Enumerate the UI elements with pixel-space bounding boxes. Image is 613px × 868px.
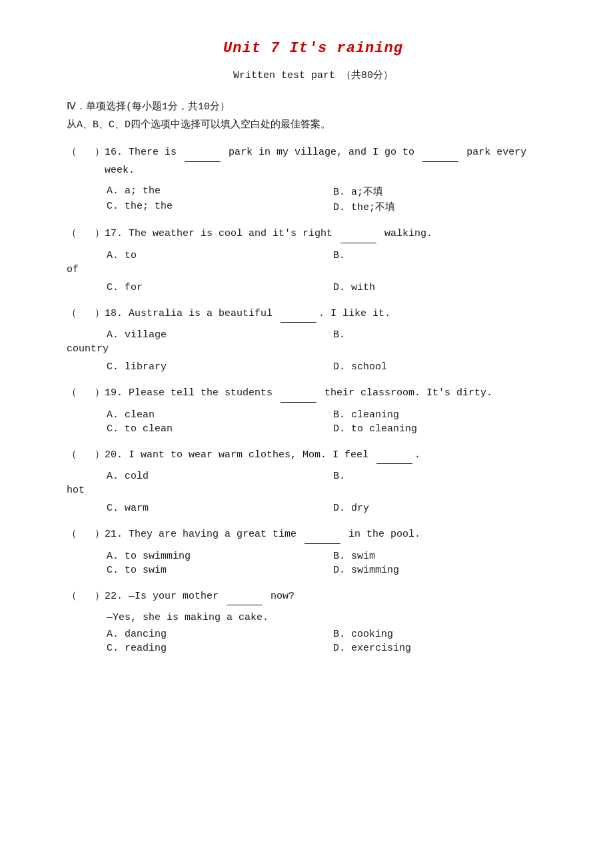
question-22: （ ） 22. —Is your mother now? —Yes, she i… (67, 588, 560, 655)
option-19-d: D. to cleaning (333, 423, 560, 435)
answer-blank-19: （ ） (67, 386, 105, 399)
question-20-options-row1: A. cold B. (107, 471, 560, 482)
option-21-b: B. swim (333, 551, 560, 562)
option-21-c: C. to swim (107, 565, 333, 576)
question-18-text: 18. Australia is a beautiful . I like it… (105, 305, 560, 323)
question-18-options-row1: A. village B. (107, 329, 560, 341)
answer-blank-18: （ ） (67, 307, 105, 319)
answer-blank-20: （ ） (67, 448, 105, 461)
answer-blank-22: （ ） (67, 589, 105, 602)
question-19-options-row1: A. clean B. cleaning (107, 409, 560, 421)
question-22-line: （ ） 22. —Is your mother now? (67, 588, 560, 606)
option-17-d: D. with (333, 282, 560, 293)
page-title: Unit 7 It's raining (67, 40, 560, 57)
question-18: （ ） 18. Australia is a beautiful . I lik… (67, 305, 560, 373)
option-20-a: A. cold (107, 471, 333, 482)
option-17-a: A. to (107, 250, 333, 261)
question-16-options-row1: A. a; the B. a;不填 (107, 185, 560, 198)
answer-blank-17: （ ） (67, 227, 105, 239)
question-19-text: 19. Please tell the students their class… (105, 385, 560, 403)
question-22-dialogue: —Yes, she is making a cake. (107, 612, 560, 623)
option-20-d: D. dry (333, 503, 560, 514)
option-16-c: C. the; the (107, 201, 333, 213)
question-20: （ ） 20. I want to wear warm clothes, Mom… (67, 447, 560, 515)
section-header: Ⅳ．单项选择(每小题1分，共10分） (67, 100, 560, 113)
option-17-b: B. (333, 250, 560, 261)
question-21: （ ） 21. They are having a great time in … (67, 526, 560, 576)
option-16-d: D. the;不填 (333, 201, 560, 213)
option-20-b-overflow: hot (67, 485, 560, 496)
question-22-options-row2: C. reading D. exercising (107, 643, 560, 654)
option-18-b: B. (333, 329, 560, 341)
question-17-options-row2: C. for D. with (107, 282, 560, 293)
question-16-options-row2: C. the; the D. the;不填 (107, 201, 560, 213)
question-21-line: （ ） 21. They are having a great time in … (67, 526, 560, 544)
page-container: Unit 7 It's raining Written test part （共… (67, 40, 560, 654)
question-16-line: （ ） 16. There is park in my village, and… (67, 144, 560, 179)
question-21-text: 21. They are having a great time in the … (105, 526, 560, 544)
option-22-a: A. dancing (107, 629, 333, 640)
question-21-options-row1: A. to swimming B. swim (107, 551, 560, 562)
option-21-a: A. to swimming (107, 551, 333, 562)
option-20-c: C. warm (107, 503, 333, 514)
question-18-options-row2: C. library D. school (107, 361, 560, 373)
option-19-c: C. to clean (107, 423, 333, 435)
option-16-a: A. a; the (107, 185, 333, 198)
option-19-b: B. cleaning (333, 409, 560, 421)
option-22-b: B. cooking (333, 629, 560, 640)
option-18-a: A. village (107, 329, 333, 341)
question-17-text: 17. The weather is cool and it's right w… (105, 225, 560, 243)
question-20-line: （ ） 20. I want to wear warm clothes, Mom… (67, 447, 560, 465)
answer-blank-16: （ ） (67, 145, 105, 158)
question-17: （ ） 17. The weather is cool and it's rig… (67, 225, 560, 293)
subtitle: Written test part （共80分） (67, 69, 560, 81)
question-19-line: （ ） 19. Please tell the students their c… (67, 385, 560, 403)
question-17-line: （ ） 17. The weather is cool and it's rig… (67, 225, 560, 243)
question-18-line: （ ） 18. Australia is a beautiful . I lik… (67, 305, 560, 323)
answer-blank-21: （ ） (67, 527, 105, 540)
option-19-a: A. clean (107, 409, 333, 421)
question-19-options-row2: C. to clean D. to cleaning (107, 423, 560, 435)
option-22-c: C. reading (107, 643, 333, 654)
question-20-options-row2: C. warm D. dry (107, 503, 560, 514)
question-17-options-row1: A. to B. (107, 250, 560, 261)
option-20-b: B. (333, 471, 560, 482)
question-16-text: 16. There is park in my village, and I g… (105, 144, 560, 179)
option-18-d: D. school (333, 361, 560, 373)
option-21-d: D. swimming (333, 565, 560, 576)
option-17-c: C. for (107, 282, 333, 293)
question-22-options-row1: A. dancing B. cooking (107, 629, 560, 640)
question-22-text: 22. —Is your mother now? (105, 588, 560, 606)
question-20-text: 20. I want to wear warm clothes, Mom. I … (105, 447, 560, 465)
option-22-d: D. exercising (333, 643, 560, 654)
option-18-c: C. library (107, 361, 333, 373)
instruction: 从A、B、C、D四个选项中选择可以填入空白处的最佳答案。 (67, 118, 560, 131)
option-18-b-overflow: country (67, 343, 560, 355)
question-19: （ ） 19. Please tell the students their c… (67, 385, 560, 435)
question-21-options-row2: C. to swim D. swimming (107, 565, 560, 576)
option-17-b-overflow: of (67, 264, 560, 275)
question-16: （ ） 16. There is park in my village, and… (67, 144, 560, 213)
option-16-b: B. a;不填 (333, 185, 560, 198)
